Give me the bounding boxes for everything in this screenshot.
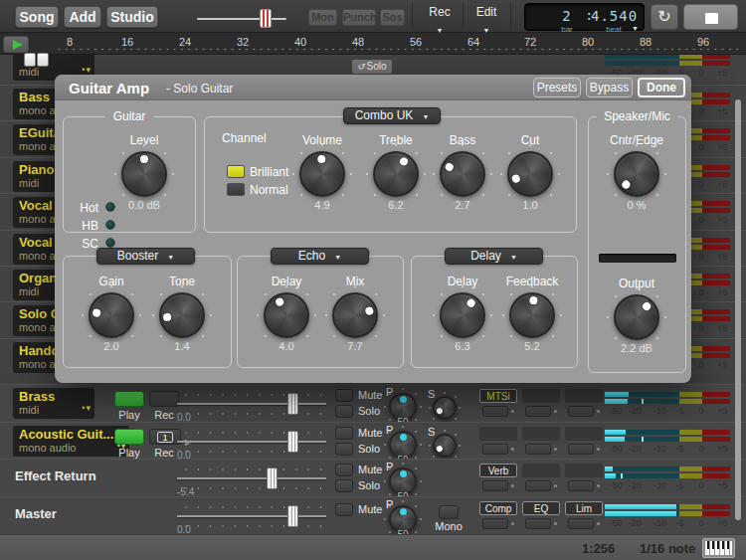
- position-display[interactable]: 2bar : 4.540beat: [524, 3, 645, 31]
- mixer-row-effect-return[interactable]: Effect Return -5.4 Mute Solo P 50 Verb -…: [0, 459, 746, 496]
- echo-delay-knob[interactable]: [264, 292, 309, 338]
- insert-slot[interactable]: [522, 389, 560, 403]
- volume-fader[interactable]: 0.0: [177, 423, 326, 461]
- sos-button[interactable]: Sos: [380, 9, 405, 26]
- insert-slot[interactable]: EQ: [522, 501, 560, 515]
- studio-button[interactable]: Studio: [106, 6, 158, 28]
- zoom-handle-left[interactable]: [24, 53, 36, 67]
- edit-menu[interactable]: Edit: [469, 5, 503, 36]
- treble-knob[interactable]: [373, 151, 419, 197]
- solo-button[interactable]: [335, 479, 353, 492]
- amp-model-dropdown[interactable]: Combo UK: [343, 107, 441, 124]
- mute-button[interactable]: [335, 389, 353, 402]
- stop-button[interactable]: [683, 4, 738, 30]
- fader-handle[interactable]: [287, 393, 298, 415]
- rec-menu[interactable]: Rec: [423, 5, 457, 36]
- fader-handle[interactable]: [267, 467, 278, 489]
- insert-slot[interactable]: [522, 427, 560, 441]
- volume-fader[interactable]: 0.0: [177, 385, 326, 423]
- zoom-handle-right[interactable]: [37, 53, 49, 67]
- brilliant-toggle[interactable]: [227, 165, 245, 178]
- cut-knob[interactable]: [507, 151, 553, 197]
- presets-button[interactable]: Presets: [533, 78, 581, 97]
- level-knob[interactable]: [121, 151, 167, 197]
- insert-bypass-button[interactable]: [568, 518, 594, 529]
- insert-bypass-button[interactable]: [482, 406, 508, 417]
- gain-knob[interactable]: [89, 292, 134, 338]
- ruler-number: 96: [697, 36, 709, 48]
- insert-bypass-button[interactable]: [568, 444, 594, 455]
- effect3-dropdown[interactable]: Delay: [445, 248, 543, 265]
- insert-slot[interactable]: [522, 464, 560, 477]
- mute-button[interactable]: [335, 503, 353, 516]
- insert-bypass-button[interactable]: [525, 480, 551, 491]
- insert-slot[interactable]: [565, 464, 603, 477]
- track-menu-caret-icon[interactable]: [82, 397, 92, 415]
- insert-bypass-button[interactable]: [568, 406, 594, 417]
- pickup-sc-led[interactable]: [105, 238, 115, 248]
- insert-slot[interactable]: [479, 427, 517, 441]
- insert-slot[interactable]: MTSi: [479, 389, 517, 403]
- loop-button[interactable]: ↻: [651, 4, 678, 30]
- insert-slot[interactable]: [565, 389, 603, 403]
- insert-bypass-button[interactable]: [482, 480, 508, 491]
- rec-enable-button[interactable]: [149, 391, 179, 407]
- mixer-row-brass[interactable]: Brassmidi Play Rec 0.0 Mute Solo P 50 S …: [0, 384, 746, 422]
- clip-region-label[interactable]: Solo: [352, 60, 392, 74]
- vertical-scrollbar[interactable]: [735, 99, 741, 520]
- pickup-hb-led[interactable]: [105, 220, 115, 230]
- play-enable-button[interactable]: [114, 391, 144, 407]
- fader-handle[interactable]: [287, 505, 298, 527]
- insert-bypass-button[interactable]: [525, 444, 551, 455]
- feedback-knob[interactable]: [509, 292, 555, 338]
- track-name-box[interactable]: Brassmidi: [13, 388, 94, 419]
- insert-bypass-button[interactable]: [482, 444, 508, 455]
- play-enable-button[interactable]: [114, 429, 144, 445]
- done-button[interactable]: Done: [638, 78, 685, 97]
- normal-toggle[interactable]: [227, 183, 245, 196]
- insert-slot[interactable]: Lim: [565, 501, 603, 515]
- mono-button[interactable]: [439, 505, 459, 519]
- insert-slot[interactable]: Comp: [479, 501, 517, 515]
- delay-time-knob[interactable]: [440, 292, 485, 338]
- insert-bypass-button[interactable]: [525, 518, 551, 529]
- insert-bypass-button[interactable]: [525, 406, 551, 417]
- volume-knob[interactable]: [299, 151, 345, 197]
- mon-button[interactable]: Mon: [308, 9, 337, 26]
- tempo-slider-handle[interactable]: [260, 9, 272, 28]
- toolbar-divider: [510, 3, 511, 29]
- chevron-down-icon[interactable]: [632, 17, 639, 35]
- playhead-marker[interactable]: [3, 36, 29, 53]
- grid-note-value[interactable]: 1/16 note: [640, 541, 695, 556]
- punch-button[interactable]: Punch: [342, 9, 376, 26]
- insert-slot[interactable]: [565, 427, 603, 441]
- mixer-row-master[interactable]: Master 0.0 Mute P 50 Mono Comp EQ Lim -5…: [0, 496, 746, 534]
- send-knob[interactable]: [433, 396, 457, 420]
- bass-knob[interactable]: [440, 151, 485, 197]
- solo-button[interactable]: [335, 405, 353, 418]
- mixer-row-acoustic[interactable]: Acoustic Guit...mono audio Play 1 Rec 0.…: [0, 422, 746, 460]
- song-button[interactable]: Song: [15, 6, 59, 28]
- add-button[interactable]: Add: [64, 6, 101, 28]
- effect2-dropdown[interactable]: Echo: [271, 248, 369, 265]
- solo-button[interactable]: [335, 443, 353, 456]
- effect1-dropdown[interactable]: Booster: [96, 248, 195, 265]
- send-knob[interactable]: [433, 434, 457, 458]
- output-knob[interactable]: [614, 294, 659, 340]
- timeline-ruler[interactable]: 8 16 24 32 40 48 56 64 72 80 88 96: [0, 33, 746, 55]
- keyboard-button[interactable]: [702, 538, 735, 558]
- insert-bypass-button[interactable]: [568, 480, 594, 491]
- mute-button[interactable]: [335, 427, 353, 440]
- fader-handle[interactable]: [287, 431, 298, 453]
- volume-fader[interactable]: -5.4: [177, 460, 326, 497]
- zoom-ratio[interactable]: 1:256: [582, 541, 615, 556]
- cntr-edge-knob[interactable]: [614, 151, 659, 197]
- tempo-slider-track[interactable]: [197, 18, 286, 20]
- volume-fader[interactable]: 0.0: [177, 497, 326, 535]
- tone-knob[interactable]: [159, 292, 205, 338]
- insert-slot[interactable]: Verb: [479, 464, 517, 477]
- mix-knob[interactable]: [332, 292, 378, 338]
- bypass-button[interactable]: Bypass: [586, 78, 633, 97]
- insert-bypass-button[interactable]: [482, 518, 508, 529]
- mute-button[interactable]: [335, 464, 353, 476]
